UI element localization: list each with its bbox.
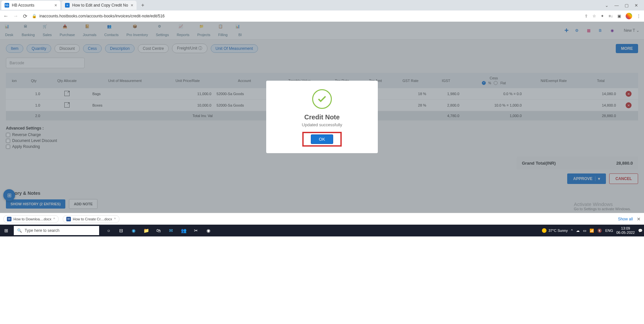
- edge-icon[interactable]: ◉: [130, 227, 137, 234]
- taskbar: ⊞ 🔍 Type here to search ○ ⊟ ◉ 📁 🛍 ✉ 👥 ✂ …: [0, 225, 644, 236]
- teams-icon[interactable]: 👥: [180, 227, 187, 234]
- reading-list-icon[interactable]: ≡↓: [609, 14, 613, 18]
- search-icon: 🔍: [17, 228, 22, 233]
- mail-icon[interactable]: ✉: [167, 227, 175, 234]
- menu-icon[interactable]: ⋮: [637, 14, 641, 18]
- downloads-bar: WHow to Downloa....docx^WHow to Create C…: [0, 213, 644, 225]
- sun-icon: [542, 228, 547, 233]
- ok-highlight: OK: [302, 132, 342, 147]
- address-bar: ← → ⟳ 🔒 inaccounts.hostbooks.com/account…: [0, 10, 644, 22]
- back-icon[interactable]: ←: [3, 13, 9, 19]
- snip-icon[interactable]: ✂: [192, 227, 200, 234]
- tab-close-icon[interactable]: ×: [131, 3, 133, 8]
- window-controls: ⌄ — ▢ ✕: [600, 3, 643, 8]
- chevron-down-icon[interactable]: ⌄: [605, 3, 609, 8]
- tab-bar: hb HB Accounts × ≡ How to Edit and Copy …: [0, 0, 644, 10]
- notifications-icon[interactable]: 💬: [638, 229, 643, 233]
- word-icon: W: [66, 217, 71, 221]
- modal-title: Credit Note: [273, 113, 371, 121]
- maximize-icon[interactable]: ▢: [625, 3, 629, 8]
- store-icon[interactable]: 🛍: [155, 227, 162, 234]
- browser-tab-docs[interactable]: ≡ How to Edit and Copy Credit No ×: [62, 1, 137, 10]
- taskbar-search[interactable]: 🔍 Type here to search: [14, 226, 99, 235]
- star-icon[interactable]: ☆: [592, 14, 596, 18]
- cortana-icon[interactable]: ○: [105, 227, 112, 234]
- side-panel-icon[interactable]: ▣: [617, 14, 621, 18]
- download-item[interactable]: WHow to Create Cr....docx^: [63, 215, 119, 223]
- tray-chevron-icon[interactable]: ^: [571, 229, 573, 233]
- minimize-icon[interactable]: —: [614, 3, 619, 8]
- profile-avatar[interactable]: [626, 13, 632, 19]
- wifi-icon[interactable]: 📶: [590, 229, 594, 233]
- lock-icon: 🔒: [32, 14, 37, 18]
- start-button[interactable]: ⊞: [1, 228, 11, 233]
- reload-icon[interactable]: ⟳: [23, 13, 27, 19]
- check-icon: [312, 89, 332, 109]
- browser-tab-hb-accounts[interactable]: hb HB Accounts ×: [1, 1, 60, 10]
- ok-button[interactable]: OK: [311, 134, 333, 144]
- forward-icon[interactable]: →: [13, 13, 18, 19]
- language-indicator[interactable]: ENG: [605, 229, 613, 233]
- task-view-icon[interactable]: ⊟: [118, 227, 125, 234]
- tab-title: How to Edit and Copy Credit No: [72, 3, 128, 8]
- onedrive-icon[interactable]: ☁: [576, 229, 580, 233]
- download-item[interactable]: WHow to Downloa....docx^: [3, 215, 59, 223]
- dl-caret-icon[interactable]: ^: [114, 217, 116, 221]
- tab-close-icon[interactable]: ×: [54, 3, 57, 8]
- browser-chrome: hb HB Accounts × ≡ How to Edit and Copy …: [0, 0, 644, 22]
- volume-icon[interactable]: 🔇: [597, 229, 602, 233]
- app-container: 📊Desk🏛Banking🛒Sales📥Purchase📔Journals👥Co…: [0, 22, 644, 213]
- clock[interactable]: 13:09 06-05-2022: [616, 226, 635, 235]
- dl-caret-icon[interactable]: ^: [54, 217, 55, 221]
- modal-subtitle: Updated successfully: [273, 122, 371, 127]
- show-all-downloads[interactable]: Show all: [618, 217, 633, 221]
- battery-icon[interactable]: ▭: [583, 229, 586, 233]
- docs-favicon: ≡: [65, 3, 70, 8]
- extensions-icon[interactable]: ✦: [601, 14, 604, 18]
- new-tab-button[interactable]: +: [138, 1, 147, 10]
- hb-favicon: hb: [5, 3, 9, 8]
- word-icon: W: [7, 217, 11, 221]
- url-text: inaccounts.hostbooks.com/accounts-books/…: [39, 14, 165, 18]
- close-window-icon[interactable]: ✕: [634, 3, 638, 8]
- share-icon[interactable]: ⇪: [585, 14, 588, 18]
- modal-overlay: Credit Note Updated successfully OK: [0, 22, 644, 213]
- url-field[interactable]: 🔒 inaccounts.hostbooks.com/accounts-book…: [32, 14, 580, 18]
- weather-widget[interactable]: 37°C Sunny: [542, 228, 568, 233]
- close-downloads-icon[interactable]: ✕: [637, 216, 641, 222]
- explorer-icon[interactable]: 📁: [142, 227, 150, 234]
- chrome-icon[interactable]: ◉: [205, 227, 212, 234]
- tab-title: HB Accounts: [12, 3, 52, 8]
- success-modal: Credit Note Updated successfully OK: [266, 81, 378, 153]
